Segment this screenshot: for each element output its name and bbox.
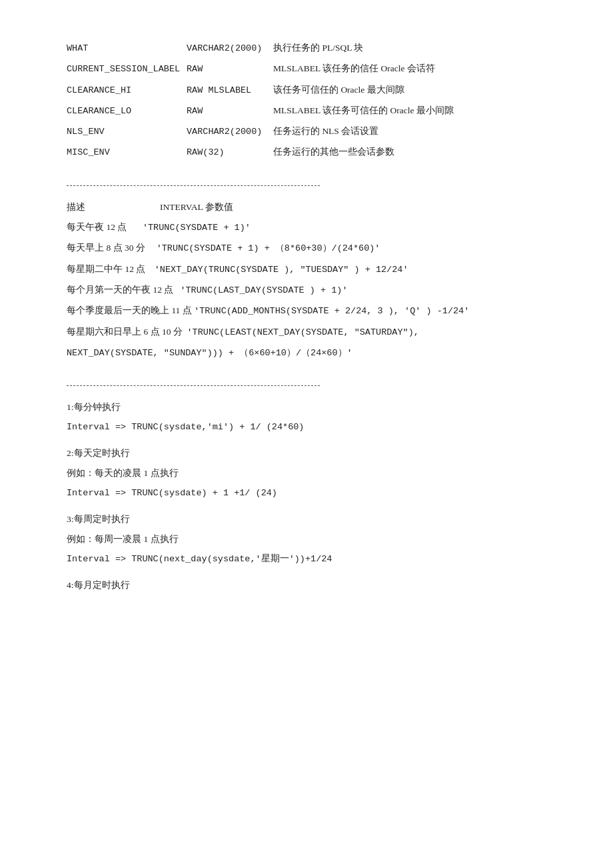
col3-chi: 该任务可信任的 Oracle 最大间隙 xyxy=(273,82,546,98)
time-label-2: 每天早上 8 点 30 分 xyxy=(67,243,154,253)
col1-clo: CLEARANCE_LO xyxy=(67,103,187,119)
numbered-item-4: 4:每月定时执行 xyxy=(67,577,546,593)
col3-what: 执行任务的 PL/SQL 块 xyxy=(273,40,546,56)
interval-row-1: 每天午夜 12 点 'TRUNC(SYSDATE + 1)' xyxy=(67,219,546,236)
interval-section: 描述 INTERVAL 参数值 每天午夜 12 点 'TRUNC(SYSDATE… xyxy=(67,199,546,361)
item2-example: 例如：每天的凌晨 1 点执行 xyxy=(67,465,546,481)
table-row: MISC_ENV RAW(32) 任务运行的其他一些会话参数 xyxy=(67,144,546,161)
col3-csl: MLSLABEL 该任务的信任 Oracle 会话符 xyxy=(273,61,546,77)
table-row: CLEARANCE_HI RAW MLSLABEL 该任务可信任的 Oracle… xyxy=(67,82,546,99)
desc-header-row: 描述 INTERVAL 参数值 xyxy=(67,199,546,215)
col2-chi: RAW MLSLABEL xyxy=(187,83,273,99)
col3-clo: MLSLABEL 该任务可信任的 Oracle 最小间隙 xyxy=(273,103,546,119)
col1-chi: CLEARANCE_HI xyxy=(67,83,187,99)
col1-misc: MISC_ENV xyxy=(67,145,187,161)
interval-val-1: 'TRUNC(SYSDATE + 1)' xyxy=(143,223,251,233)
time-label-4: 每个月第一天的午夜 12 点 xyxy=(67,285,178,295)
interval-val-6b: NEXT_DAY(SYSDATE, "SUNDAY"))) + （6×60+10… xyxy=(67,348,352,358)
interval-row-5: 每个季度最后一天的晚上 11 点 'TRUNC(ADD_MONTHS(SYSDA… xyxy=(67,303,546,319)
item1-code: Interval => TRUNC(sysdate,'mi') + 1/ (24… xyxy=(67,419,546,435)
desc-label: 描述 xyxy=(67,199,160,215)
interval-val-3: 'NEXT_DAY(TRUNC(SYSDATE ), "TUESDAY" ) +… xyxy=(155,265,408,275)
table-row: WHAT VARCHAR2(2000) 执行任务的 PL/SQL 块 xyxy=(67,40,546,57)
time-label-1: 每天午夜 12 点 xyxy=(67,222,141,232)
divider-1 xyxy=(67,185,320,186)
item3-code: Interval => TRUNC(next_day(sysdate,'星期一'… xyxy=(67,551,546,567)
time-label-6: 每星期六和日早上 6 点 10 分 xyxy=(67,327,187,337)
interval-row-6b: NEXT_DAY(SYSDATE, "SUNDAY"))) + （6×60+10… xyxy=(67,345,546,361)
interval-val-4: 'TRUNC(LAST_DAY(SYSDATE ) + 1)' xyxy=(180,285,347,295)
time-label-5: 每个季度最后一天的晚上 11 点 xyxy=(67,305,194,315)
numbered-item-1: 1:每分钟执行 Interval => TRUNC(sysdate,'mi') … xyxy=(67,399,546,436)
interval-val-6: 'TRUNC(LEAST(NEXT_DAY(SYSDATE, "SATURDAY… xyxy=(187,327,419,337)
numbered-item-3: 3:每周定时执行 例如：每周一凌晨 1 点执行 Interval => TRUN… xyxy=(67,511,546,568)
interval-row-4: 每个月第一天的午夜 12 点 'TRUNC(LAST_DAY(SYSDATE )… xyxy=(67,282,546,299)
item3-example: 例如：每周一凌晨 1 点执行 xyxy=(67,531,546,547)
item2-title: 2:每天定时执行 xyxy=(67,445,546,461)
col2-what: VARCHAR2(2000) xyxy=(187,41,273,57)
item1-title: 1:每分钟执行 xyxy=(67,399,546,415)
table-section: WHAT VARCHAR2(2000) 执行任务的 PL/SQL 块 CURRE… xyxy=(67,40,546,161)
interval-row-3: 每星期二中午 12 点 'NEXT_DAY(TRUNC(SYSDATE ), "… xyxy=(67,261,546,278)
item4-title: 4:每月定时执行 xyxy=(67,577,546,593)
col1-nls: NLS_ENV xyxy=(67,124,187,140)
col2-nls: VARCHAR2(2000) xyxy=(187,124,273,140)
col3-nls: 任务运行的 NLS 会话设置 xyxy=(273,123,546,139)
col2-misc: RAW(32) xyxy=(187,145,273,161)
item2-code: Interval => TRUNC(sysdate) + 1 +1/ (24) xyxy=(67,485,546,501)
table-row: NLS_ENV VARCHAR2(2000) 任务运行的 NLS 会话设置 xyxy=(67,123,546,140)
col1-csl: CURRENT_SESSION_LABEL xyxy=(67,61,187,77)
col3-misc: 任务运行的其他一些会话参数 xyxy=(273,144,546,160)
item3-title: 3:每周定时执行 xyxy=(67,511,546,527)
col2-csl: RAW xyxy=(187,61,273,77)
interval-val-2: 'TRUNC(SYSDATE + 1) + （8*60+30）/(24*60)' xyxy=(157,243,380,253)
time-label-3: 每星期二中午 12 点 xyxy=(67,264,152,274)
interval-row-2: 每天早上 8 点 30 分 'TRUNC(SYSDATE + 1) + （8*6… xyxy=(67,240,546,257)
interval-val-5: 'TRUNC(ADD_MONTHS(SYSDATE + 2/24, 3 ), '… xyxy=(194,306,469,316)
desc-value: INTERVAL 参数值 xyxy=(160,199,233,215)
numbered-item-2: 2:每天定时执行 例如：每天的凌晨 1 点执行 Interval => TRUN… xyxy=(67,445,546,502)
col2-clo: RAW xyxy=(187,103,273,119)
table-row: CLEARANCE_LO RAW MLSLABEL 该任务可信任的 Oracle… xyxy=(67,103,546,119)
divider-2 xyxy=(67,385,320,386)
numbered-section: 1:每分钟执行 Interval => TRUNC(sysdate,'mi') … xyxy=(67,399,546,593)
col1-what: WHAT xyxy=(67,41,187,57)
interval-row-6: 每星期六和日早上 6 点 10 分 'TRUNC(LEAST(NEXT_DAY(… xyxy=(67,324,546,341)
table-row: CURRENT_SESSION_LABEL RAW MLSLABEL 该任务的信… xyxy=(67,61,546,77)
